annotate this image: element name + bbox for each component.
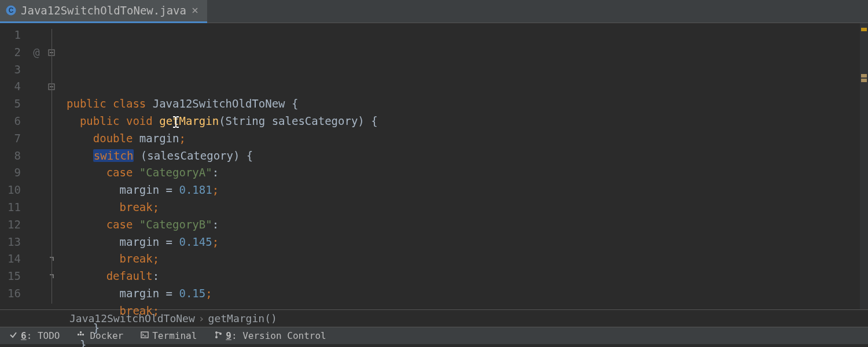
editor-tab-bar: C Java12SwitchOldToNew.java	[0, 0, 868, 23]
error-stripe[interactable]	[860, 23, 868, 309]
line-number: 14	[0, 250, 21, 268]
hint-marker[interactable]	[861, 74, 867, 77]
code-line[interactable]: case "CategoryA":	[67, 164, 868, 182]
line-number: 1	[0, 27, 21, 44]
code-line[interactable]: double margin;	[67, 130, 868, 147]
fold-gutter	[45, 23, 58, 309]
line-number: 12	[0, 216, 21, 234]
current-line-highlight	[58, 78, 868, 95]
code-line[interactable]: }	[67, 320, 868, 337]
line-number: 7	[0, 130, 21, 147]
code-line[interactable]: break;	[67, 250, 868, 268]
line-number: 5	[0, 95, 21, 113]
line-number-gutter: 12345678910111213141516	[0, 23, 28, 309]
code-line[interactable]: case "CategoryB":	[67, 216, 868, 234]
line-number: 8	[0, 147, 21, 165]
line-number: 15	[0, 268, 21, 285]
override-annotation-icon[interactable]: @	[28, 44, 45, 61]
tab-filename: Java12SwitchOldToNew.java	[21, 4, 186, 17]
code-line[interactable]: break;	[67, 199, 868, 216]
code-line[interactable]: break;	[67, 302, 868, 320]
code-area[interactable]: public class Java12SwitchOldToNew { publ…	[58, 23, 868, 309]
code-line[interactable]: public class Java12SwitchOldToNew {	[67, 95, 868, 113]
close-icon[interactable]	[191, 6, 199, 14]
tool-todo[interactable]: 6: TODO	[9, 330, 60, 341]
line-number: 2	[0, 44, 21, 61]
code-editor[interactable]: 12345678910111213141516 @ public class J…	[0, 23, 868, 309]
svg-text:C: C	[9, 6, 14, 14]
editor-tab[interactable]: C Java12SwitchOldToNew.java	[0, 0, 207, 23]
code-line[interactable]: switch (salesCategory) {	[67, 147, 868, 165]
line-number: 10	[0, 182, 21, 199]
java-class-icon: C	[6, 5, 16, 16]
code-line[interactable]: margin = 0.181;	[67, 182, 868, 199]
line-number: 3	[0, 61, 21, 79]
code-line[interactable]: default:	[67, 268, 868, 285]
line-number: 9	[0, 164, 21, 182]
todo-icon	[9, 330, 17, 341]
code-line[interactable]: }	[67, 337, 868, 347]
code-line[interactable]: public void getMargin(String salesCatego…	[67, 113, 868, 130]
code-line[interactable]: margin = 0.145;	[67, 234, 868, 251]
code-line[interactable]: margin = 0.15;	[67, 285, 868, 302]
annotation-gutter: @	[28, 23, 45, 309]
line-number: 16	[0, 285, 21, 302]
warning-marker[interactable]	[861, 28, 867, 31]
line-number: 13	[0, 234, 21, 251]
line-number: 6	[0, 113, 21, 130]
line-number: 4	[0, 78, 21, 95]
hint-marker[interactable]	[861, 79, 867, 82]
line-number: 11	[0, 199, 21, 216]
